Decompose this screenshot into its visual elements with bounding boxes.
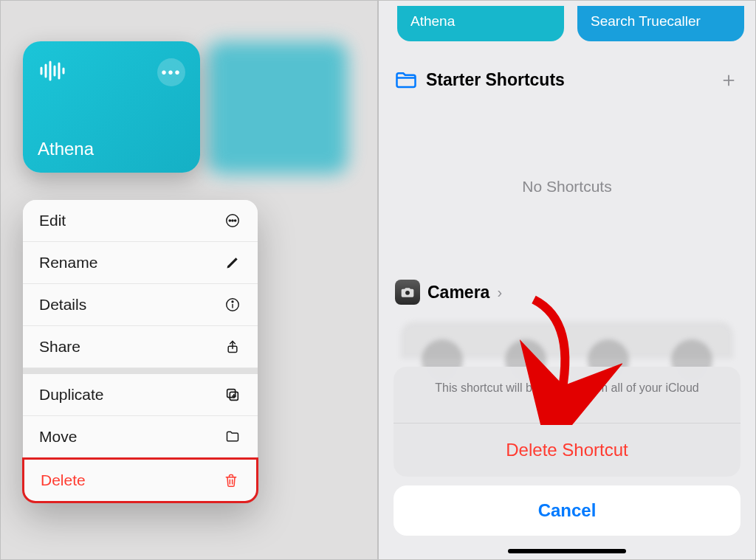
cancel-button[interactable]: Cancel [394, 485, 740, 536]
delete-shortcut-button[interactable]: Delete Shortcut [394, 424, 740, 477]
tile-label: Athena [410, 13, 455, 30]
folder-title: Starter Shortcuts [426, 70, 709, 90]
menu-move[interactable]: Move [23, 416, 258, 458]
chevron-right-icon: › [497, 284, 502, 301]
menu-share[interactable]: Share [23, 326, 258, 368]
menu-label: Move [39, 428, 77, 446]
shortcut-card-athena[interactable]: ••• Athena [23, 41, 200, 173]
folder-row-camera[interactable]: Camera › [395, 280, 502, 305]
menu-duplicate[interactable]: Duplicate [23, 374, 258, 416]
svg-point-9 [235, 220, 236, 221]
shortcut-tile-truecaller[interactable]: Search Truecaller [577, 6, 744, 41]
menu-separator [23, 368, 258, 374]
shortcut-tiles-row: Athena Search Truecaller [397, 6, 744, 41]
left-screenshot: ••• Athena Edit Rename Details Share [0, 0, 378, 560]
menu-rename[interactable]: Rename [23, 242, 258, 284]
menu-delete[interactable]: Delete [22, 457, 258, 503]
pencil-icon [224, 254, 241, 272]
folder-icon [395, 70, 417, 89]
edit-icon [224, 212, 241, 229]
duplicate-icon [224, 386, 241, 404]
menu-edit[interactable]: Edit [23, 200, 258, 242]
menu-label: Share [39, 338, 80, 356]
svg-point-8 [232, 220, 233, 221]
tile-label: Search Truecaller [591, 13, 701, 30]
folder-row-starter-shortcuts[interactable]: Starter Shortcuts ＋ [395, 66, 739, 94]
svg-point-12 [232, 301, 233, 303]
camera-icon [395, 280, 420, 305]
svg-point-7 [229, 220, 230, 221]
menu-label: Rename [39, 254, 97, 272]
waveform-icon [38, 56, 67, 89]
action-sheet-message: This shortcut will be deleted from all o… [394, 367, 740, 424]
shortcut-card-title: Athena [38, 139, 94, 159]
menu-label: Details [39, 296, 86, 314]
right-screenshot: Athena Search Truecaller Starter Shortcu… [378, 0, 756, 560]
folder-icon [224, 428, 241, 446]
action-sheet: This shortcut will be deleted from all o… [394, 367, 740, 536]
home-indicator [508, 549, 626, 553]
plus-icon[interactable]: ＋ [718, 66, 739, 94]
share-icon [224, 338, 241, 356]
menu-details[interactable]: Details [23, 284, 258, 326]
menu-label: Edit [39, 212, 66, 229]
folder-title: Camera [427, 283, 489, 303]
menu-label: Delete [41, 471, 86, 489]
trash-icon [222, 471, 240, 489]
blurred-shortcut-row [401, 322, 733, 359]
menu-label: Duplicate [39, 386, 104, 404]
blurred-background-tile [207, 41, 348, 174]
context-menu: Edit Rename Details Share Duplicate [23, 200, 258, 502]
info-icon [224, 296, 241, 314]
svg-point-21 [405, 291, 410, 295]
shortcut-tile-athena[interactable]: Athena [397, 6, 564, 41]
more-icon[interactable]: ••• [157, 58, 185, 86]
empty-state-text: No Shortcuts [379, 178, 755, 196]
